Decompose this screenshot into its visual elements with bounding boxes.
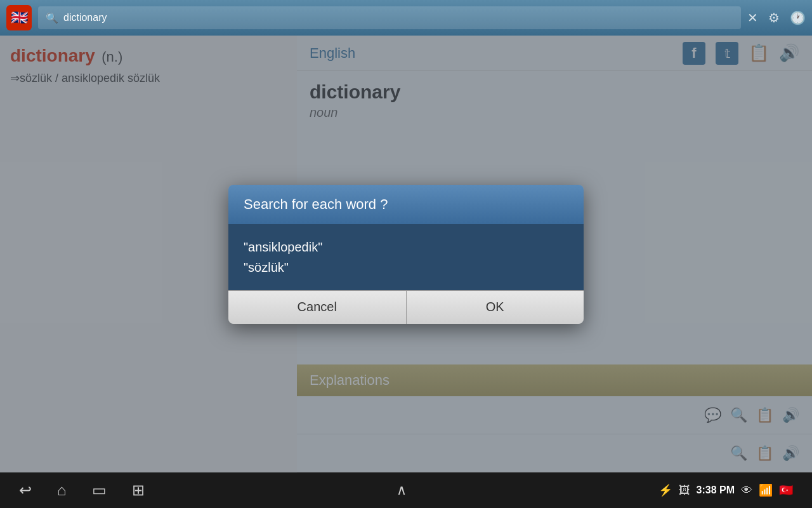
ok-button[interactable]: OK xyxy=(407,291,584,324)
top-bar-icons: ✕ ⚙ 🕐 xyxy=(747,10,806,25)
settings-icon[interactable]: ⚙ xyxy=(768,10,780,25)
grid-button[interactable]: ⊞ xyxy=(132,481,145,499)
dialog-title-bar: Search for each word ? xyxy=(228,185,584,224)
search-bar[interactable]: 🔍 dictionary xyxy=(38,6,741,29)
bottom-status: ⚡ 🖼 3:38 PM 👁 📶 🇹🇷 xyxy=(658,483,793,497)
up-arrow-button[interactable]: ∧ xyxy=(396,482,407,498)
home-button[interactable]: ⌂ xyxy=(57,481,67,499)
bottom-bar: ↩ ⌂ ▭ ⊞ ∧ ⚡ 🖼 3:38 PM 👁 📶 🇹🇷 xyxy=(0,472,812,508)
dialog-word-2: "sözlük" xyxy=(244,257,568,277)
image-icon: 🖼 xyxy=(679,484,690,497)
app-icon: 🇬🇧 xyxy=(6,5,32,30)
recents-button[interactable]: ▭ xyxy=(92,481,107,499)
top-bar: 🇬🇧 🔍 dictionary ✕ ⚙ 🕐 xyxy=(0,0,812,36)
time-display: 3:38 PM xyxy=(697,485,735,496)
search-dialog: Search for each word ? "ansiklopedik" "s… xyxy=(228,185,584,324)
usb-icon: ⚡ xyxy=(658,483,672,497)
close-icon[interactable]: ✕ xyxy=(747,10,758,25)
search-input-value: dictionary xyxy=(63,12,733,23)
bottom-nav-icons: ↩ ⌂ ▭ ⊞ xyxy=(19,481,145,499)
main-content: dictionary (n.) ⇒sözlük / ansiklopedik s… xyxy=(0,36,812,472)
dialog-title: Search for each word ? xyxy=(244,196,388,212)
history-icon[interactable]: 🕐 xyxy=(790,10,806,25)
cancel-button[interactable]: Cancel xyxy=(228,291,407,324)
flag-icon: 🇹🇷 xyxy=(779,483,793,497)
wifi-icon: 📶 xyxy=(759,483,773,497)
dialog-buttons: Cancel OK xyxy=(228,290,584,324)
search-icon: 🔍 xyxy=(46,12,58,24)
eye-icon: 👁 xyxy=(741,484,752,497)
dialog-body: "ansiklopedik" "sözlük" xyxy=(228,224,584,290)
back-button[interactable]: ↩ xyxy=(19,481,32,499)
dialog-overlay: Search for each word ? "ansiklopedik" "s… xyxy=(0,36,812,472)
dialog-word-1: "ansiklopedik" xyxy=(244,237,568,257)
